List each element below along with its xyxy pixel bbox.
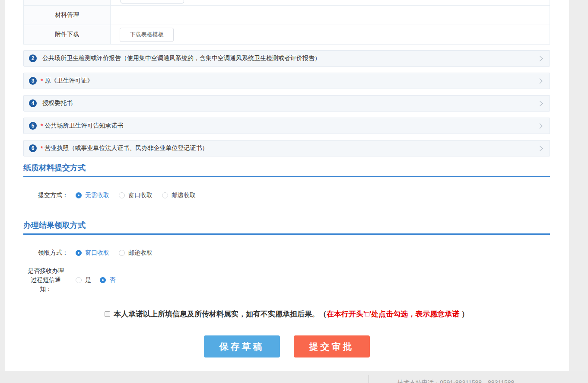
chevron-right-icon xyxy=(537,123,543,129)
sms-notification-row: 是否接收办理 过程短信通 知： 是 否 xyxy=(23,266,550,294)
radio-selected-icon xyxy=(76,192,82,198)
commitment-checkbox[interactable] xyxy=(105,311,110,317)
material-info-table: 材料管理 附件下载 下载表格模板 xyxy=(23,0,550,45)
radio-unselected-icon xyxy=(119,250,125,256)
radio-selected-icon xyxy=(100,277,106,283)
row-label-material-management: 材料管理 xyxy=(24,6,111,25)
attachment-item-label: 公共场所卫生许可告知承诺书 xyxy=(44,122,123,130)
chevron-right-icon xyxy=(537,101,543,106)
radio-option-window-pickup[interactable]: 窗口收取 xyxy=(76,249,109,257)
table-row: 附件下载 下载表格模板 xyxy=(24,25,550,44)
collection-method-row: 领取方式： 窗口收取 邮递收取 xyxy=(23,249,550,257)
row-label-attachment-download: 附件下载 xyxy=(24,25,111,44)
radio-unselected-icon xyxy=(76,277,82,283)
radio-option-window-collection[interactable]: 窗口收取 xyxy=(119,192,153,199)
chevron-right-icon xyxy=(537,56,543,61)
attachment-item-3[interactable]: 3 * 原《卫生许可证》 xyxy=(23,73,550,89)
sms-notification-options: 是 否 xyxy=(76,276,124,284)
commitment-row: 本人承诺以上所填信息及所传材料属实，如有不实愿承担后果。（在本行开头'□'处点击… xyxy=(23,309,550,319)
item-number-badge: 2 xyxy=(29,54,37,62)
attachment-item-label: 营业执照（或事业单位法人证书、民办非企业单位登记证书） xyxy=(44,144,208,152)
radio-option-mail-collection[interactable]: 邮递收取 xyxy=(162,192,196,199)
attachment-item-label: 授权委托书 xyxy=(42,99,73,107)
submission-method-options: 无需收取 窗口收取 邮递收取 xyxy=(76,192,205,199)
table-row: 材料管理 xyxy=(24,5,550,25)
radio-option-sms-no[interactable]: 否 xyxy=(100,276,115,284)
table-row-partial xyxy=(24,0,550,5)
download-template-button[interactable]: 下载表格模板 xyxy=(120,28,174,42)
main-panel: 材料管理 附件下载 下载表格模板 2 公共场所卫生检测或评价报告（使用集中空调通… xyxy=(5,0,569,371)
attachment-item-4[interactable]: 4 授权委托书 xyxy=(23,95,550,112)
partial-input[interactable] xyxy=(121,0,184,3)
radio-option-sms-yes[interactable]: 是 xyxy=(76,276,91,284)
page-footer: 技术支持电话：0591-88311588、88311588 xyxy=(0,371,588,383)
section-title-paper-submission: 纸质材料提交方式 xyxy=(23,163,550,172)
commitment-warning-text: 在本行开头'□'处点击勾选，表示愿意承诺 xyxy=(327,310,459,318)
radio-option-no-collection[interactable]: 无需收取 xyxy=(76,192,109,199)
chevron-right-icon xyxy=(537,78,543,84)
radio-unselected-icon xyxy=(119,192,125,198)
action-buttons: 保存草稿 提交审批 xyxy=(23,335,550,357)
field-label-submission-method: 提交方式： xyxy=(23,192,68,199)
radio-unselected-icon xyxy=(162,192,168,198)
attachment-item-label: 原《卫生许可证》 xyxy=(44,77,93,85)
radio-selected-icon xyxy=(76,250,82,256)
row-label-cell xyxy=(24,0,111,5)
required-mark: * xyxy=(41,122,43,129)
attachment-item-2[interactable]: 2 公共场所卫生检测或评价报告（使用集中空调通风系统的，含集中空调通风系统卫生检… xyxy=(23,50,550,67)
commitment-text: 本人承诺以上所填信息及所传材料属实，如有不实愿承担后果。（在本行开头'□'处点击… xyxy=(114,309,469,319)
submission-method-row: 提交方式： 无需收取 窗口收取 邮递收取 xyxy=(23,192,550,199)
attachment-item-5[interactable]: 5 * 公共场所卫生许可告知承诺书 xyxy=(23,118,550,134)
save-draft-button[interactable]: 保存草稿 xyxy=(204,335,280,357)
attachment-item-label: 公共场所卫生检测或评价报告（使用集中空调通风系统的，含集中空调通风系统卫生检测或… xyxy=(42,54,321,62)
collection-method-options: 窗口收取 邮递收取 xyxy=(76,249,162,257)
chevron-right-icon xyxy=(537,146,543,151)
field-label-sms-notification: 是否接收办理 过程短信通 知： xyxy=(23,266,68,294)
support-phone-text: 技术支持电话：0591-88311588、88311588 xyxy=(397,379,514,383)
field-label-collection-method: 领取方式： xyxy=(23,249,68,257)
item-number-badge: 6 xyxy=(29,144,37,152)
section-divider xyxy=(23,176,550,177)
submit-approval-button[interactable]: 提交审批 xyxy=(294,335,370,357)
required-mark: * xyxy=(41,145,43,152)
attachment-item-6[interactable]: 6 * 营业执照（或事业单位法人证书、民办非企业单位登记证书） xyxy=(23,140,550,156)
footer-divider xyxy=(369,375,369,383)
item-number-badge: 5 xyxy=(29,122,37,130)
item-number-badge: 3 xyxy=(29,77,37,85)
section-divider xyxy=(23,233,550,235)
section-title-result-collection: 办理结果领取方式 xyxy=(23,221,550,230)
radio-option-mail-pickup[interactable]: 邮递收取 xyxy=(119,249,153,257)
item-number-badge: 4 xyxy=(29,99,37,107)
required-mark: * xyxy=(41,77,43,84)
